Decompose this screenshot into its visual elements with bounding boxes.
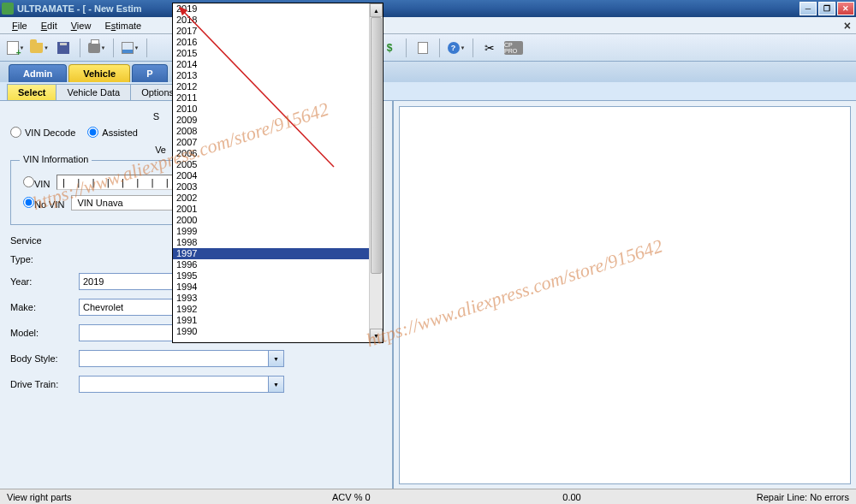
scroll-up-button[interactable]: ▲ [370,3,383,17]
main-tab-bar: Admin Vehicle P [0,62,856,82]
menu-edit[interactable]: Edit [34,19,64,33]
year-option-2001[interactable]: 2001 [173,204,369,215]
cppro-icon: CP PRO [504,41,523,55]
menu-file[interactable]: File [5,19,34,33]
year-option-2012[interactable]: 2012 [173,81,369,92]
close-button[interactable]: ✕ [837,2,854,15]
year-option-2010[interactable]: 2010 [173,104,369,115]
chart-icon [122,42,134,54]
year-option-2008[interactable]: 2008 [173,126,369,137]
open-folder-icon [30,43,43,53]
status-acv: ACV % 0 [332,492,486,502]
minimize-button[interactable]: ─ [800,2,817,15]
year-option-2018[interactable]: 2018 [173,15,369,26]
year-option-2006[interactable]: 2006 [173,148,369,159]
radio-assisted[interactable]: Assisted [87,127,138,138]
radio-assisted-label: Assisted [102,127,138,138]
menu-estimate[interactable]: Estimate [98,19,148,33]
menu-view[interactable]: View [64,19,98,33]
year-option-2007[interactable]: 2007 [173,137,369,148]
status-value: 0.00 [486,492,657,502]
scroll-down-button[interactable]: ▼ [370,329,383,342]
vin-info-title: VIN Information [20,154,92,164]
year-label: Year: [10,276,79,287]
radio-vin-label: VIN [34,179,50,189]
year-option-1991[interactable]: 1991 [173,315,369,326]
year-option-2015[interactable]: 2015 [173,48,369,59]
year-option-1996[interactable]: 1996 [173,259,369,270]
vin-unavailable-combo[interactable]: VIN Unava [71,195,174,210]
help-button[interactable]: ?▼ [446,38,467,58]
save-button[interactable] [53,38,74,58]
year-option-1993[interactable]: 1993 [173,293,369,304]
radio-no-vin[interactable]: No VIN [23,197,64,210]
year-option-1992[interactable]: 1992 [173,304,369,315]
year-option-2014[interactable]: 2014 [173,59,369,70]
year-option-1997[interactable]: 1997 [173,248,369,259]
year-option-1995[interactable]: 1995 [173,270,369,282]
year-option-2005[interactable]: 2005 [173,159,369,170]
body-style-input[interactable] [79,350,269,367]
year-dropdown-list[interactable]: 2019201820172016201520142013201220112010… [172,3,383,343]
print-icon [88,43,100,53]
year-option-2000[interactable]: 2000 [173,215,369,226]
toolbar-separator [113,39,114,57]
subtab-vehicle-data[interactable]: Vehicle Data [56,84,131,100]
toolbar: ▼ ▼ ▼ ▼ ?▼ ✂ CP PRO [0,34,856,62]
new-icon [7,41,19,55]
year-option-1999[interactable]: 1999 [173,226,369,237]
year-option-1994[interactable]: 1994 [173,282,369,293]
tools-button[interactable]: ✂ [479,38,500,58]
drive-train-label: Drive Train: [10,379,79,389]
year-option-1998[interactable]: 1998 [173,237,369,248]
drive-train-dropdown-button[interactable]: ▼ [269,376,284,393]
subtab-select[interactable]: Select [7,84,56,100]
menubar: File Edit View Estimate × [0,17,856,34]
toolbar-separator [146,39,147,57]
mdi-close-icon[interactable]: × [844,19,851,33]
right-panel [399,106,851,484]
year-option-2017[interactable]: 2017 [173,26,369,37]
maximize-button[interactable]: ❐ [818,2,835,15]
year-option-2002[interactable]: 2002 [173,193,369,204]
drive-train-combo[interactable]: ▼ [79,376,284,393]
radio-vin-decode[interactable]: VIN Decode [10,127,75,138]
status-repair-line: Repair Line: No errors [657,492,849,502]
drive-train-input[interactable] [79,376,269,393]
document-icon [418,42,428,54]
print-button[interactable]: ▼ [86,38,107,58]
body-style-label: Body Style: [10,353,79,364]
toolbar-separator [439,39,440,57]
radio-no-vin-label: No VIN [34,199,64,210]
report-button[interactable]: ▼ [120,38,140,58]
status-left: View right parts [7,492,332,502]
help-icon: ? [448,42,460,54]
scroll-thumb[interactable] [371,17,382,274]
wrench-scissors-icon: ✂ [484,41,495,55]
open-button[interactable]: ▼ [29,38,50,58]
year-option-2009[interactable]: 2009 [173,115,369,126]
tab-p[interactable]: P [132,64,167,82]
year-option-2019[interactable]: 2019 [173,3,369,15]
year-option-2011[interactable]: 2011 [173,92,369,104]
new-button[interactable]: ▼ [5,38,26,58]
body-style-dropdown-button[interactable]: ▼ [269,350,284,367]
dollar-icon [387,42,393,54]
year-option-2013[interactable]: 2013 [173,70,369,81]
make-label: Make: [10,302,79,312]
tab-admin[interactable]: Admin [9,64,67,82]
year-option-2004[interactable]: 2004 [173,170,369,181]
app-icon [2,3,14,15]
year-option-2003[interactable]: 2003 [173,181,369,193]
type-label: Type: [10,254,79,264]
year-scrollbar[interactable]: ▲ ▼ [369,3,383,342]
window-title: ULTRAMATE - [ - New Estim [17,3,800,14]
cppro-button[interactable]: CP PRO [503,38,524,58]
year-option-1990[interactable]: 1990 [173,326,369,337]
body-style-combo[interactable]: ▼ [79,350,284,367]
toolbar-separator [406,39,407,57]
year-option-2016[interactable]: 2016 [173,37,369,48]
tab-vehicle[interactable]: Vehicle [68,64,130,82]
doc-button[interactable] [413,38,433,58]
radio-vin[interactable]: VIN [23,176,50,189]
